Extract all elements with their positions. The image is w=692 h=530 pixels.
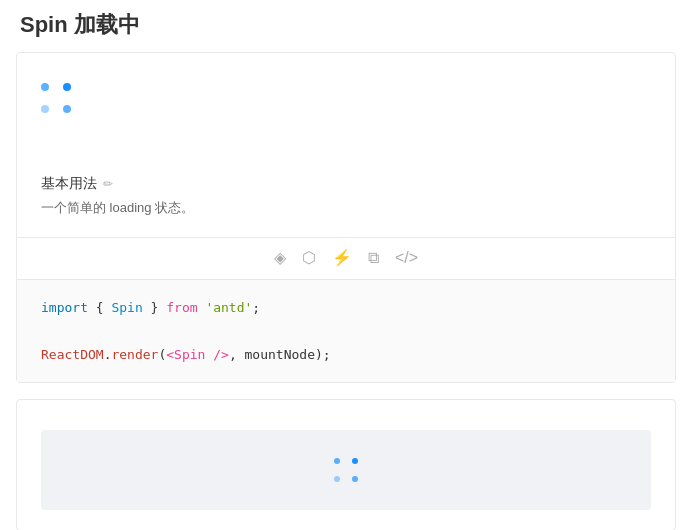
demo-card-basic: 基本用法 ✏ 一个简单的 loading 状态。 ◈ ⬡ ⚡ ⧉ </> imp…: [16, 52, 676, 383]
code-line-2: [41, 319, 651, 342]
code-import-kw: import: [41, 300, 88, 315]
spin-dot-2: [63, 83, 71, 91]
code-reactdom: ReactDOM: [41, 347, 104, 362]
spin-indicator-sm: [334, 458, 358, 482]
demo-preview: [17, 53, 675, 163]
edit-icon[interactable]: ✏: [103, 177, 113, 191]
code-spin-tag: <Spin />: [166, 347, 229, 362]
spin-dot-3: [41, 105, 49, 113]
demo-description-text: 一个简单的 loading 状态。: [41, 199, 651, 217]
spin-dot-4: [63, 105, 71, 113]
stackblitz-icon[interactable]: ⚡: [332, 248, 352, 267]
codesandbox-icon[interactable]: ⬡: [302, 248, 316, 267]
code-module-string: 'antd': [205, 300, 252, 315]
spin-content-box: [41, 430, 651, 510]
code-line-1: import { Spin } from 'antd';: [41, 296, 651, 319]
demo-title-text: 基本用法: [41, 175, 97, 193]
demo-title: 基本用法 ✏: [41, 175, 651, 193]
demo-preview-2: [17, 400, 675, 530]
spin-dot-sm-2: [352, 458, 358, 464]
page-wrapper: Spin 加载中 基本用法 ✏ 一个简单的 loading 状态。 ◈ ⬡ ⚡ …: [0, 0, 692, 530]
code-render-method: render: [111, 347, 158, 362]
code-line-3: ReactDOM.render(<Spin />, mountNode);: [41, 343, 651, 366]
demo-toolbar: ◈ ⬡ ⚡ ⧉ </>: [17, 237, 675, 279]
code-from-kw: from: [166, 300, 197, 315]
spin-dot-sm-3: [334, 476, 340, 482]
demo-description: 基本用法 ✏ 一个简单的 loading 状态。: [17, 163, 675, 237]
demo-card-2: [16, 399, 676, 530]
page-title: Spin 加载中: [16, 10, 676, 40]
expand-code-icon[interactable]: </>: [395, 249, 418, 267]
spin-dot-sm-4: [352, 476, 358, 482]
spin-dot-sm-1: [334, 458, 340, 464]
codepen-icon[interactable]: ◈: [274, 248, 286, 267]
code-block: import { Spin } from 'antd'; ReactDOM.re…: [17, 279, 675, 382]
copy-code-icon[interactable]: ⧉: [368, 249, 379, 267]
spin-indicator: [41, 83, 71, 113]
code-spin-component: Spin: [111, 300, 142, 315]
spin-dot-1: [41, 83, 49, 91]
